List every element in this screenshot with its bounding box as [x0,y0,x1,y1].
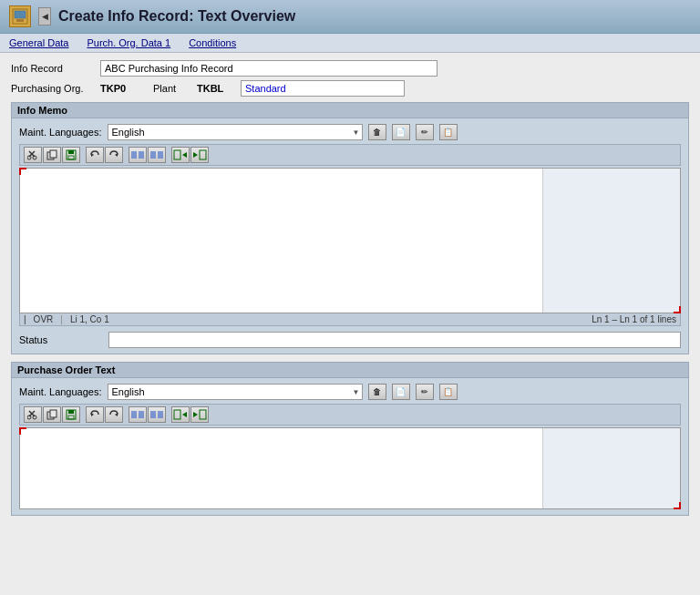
corner-mark-br [674,306,681,313]
menu-purch-org[interactable]: Purch. Org. Data 1 [85,36,172,49]
po-copy-doc-btn[interactable] [43,406,61,423]
po-text-toolbar [19,404,681,426]
svg-rect-27 [50,410,57,417]
svg-marker-21 [193,152,198,158]
po-export-icon [173,409,188,420]
purchasing-org-row: Purchasing Org. TKP0 Plant TKBL Standard [11,80,689,97]
po-nav-block2-icon [149,409,164,420]
po-export-btn[interactable] [171,406,190,423]
menu-bar: General Data Purch. Org. Data 1 Conditio… [0,34,700,53]
app-icon [9,5,31,27]
text-editor-area[interactable] [19,168,681,313]
text-editor-container [19,168,681,313]
po-delete-btn[interactable]: 🗑 [368,384,386,400]
text-side-pane [543,169,680,313]
po-import-btn[interactable] [190,406,209,423]
nav-first-btn[interactable] [129,147,147,163]
svg-rect-34 [139,411,144,418]
svg-rect-17 [158,151,163,159]
status-row: Status [19,332,681,348]
svg-rect-36 [158,411,163,418]
plant-value-input[interactable]: Standard [241,80,405,97]
edit-icon: ✏ [421,128,428,137]
svg-rect-18 [174,150,180,159]
redo-icon [108,149,119,160]
plant-label: Plant [153,83,190,94]
po-save-btn[interactable] [62,406,80,423]
corner-mark-tl [19,168,26,175]
text-main-pane[interactable] [20,169,543,313]
undo-btn[interactable] [86,147,104,163]
po-text-main-pane[interactable] [20,428,543,508]
po-edit-btn[interactable]: ✏ [416,384,434,400]
po-maint-lang-label: Maint. Languages: [19,386,102,397]
scissors-icon [27,149,38,160]
po-language-dropdown[interactable]: English ▼ [108,384,363,400]
redo-btn[interactable] [105,147,123,163]
cut-btn[interactable] [24,147,42,163]
cursor-position: Li 1, Co 1 [70,314,109,324]
svg-rect-29 [68,410,74,414]
svg-rect-14 [131,151,137,159]
ovr-indicator: OVR [34,314,54,324]
export-btn[interactable] [171,147,190,163]
po-save-icon [66,409,77,420]
info-record-row: Info Record ABC Purchasing Info Record [11,60,689,77]
text-status-bar: | OVR | Li 1, Co 1 Ln 1 – Ln 1 of 1 line… [19,313,681,326]
info-memo-body: Maint. Languages: English ▼ 🗑 📄 ✏ 📋 [12,118,688,354]
po-scissors-icon [27,409,38,420]
menu-general-data[interactable]: General Data [7,36,70,49]
menu-conditions[interactable]: Conditions [187,36,238,49]
save-icon [66,149,77,160]
purchase-order-body: Maint. Languages: English ▼ 🗑 📄 ✏ 📋 [12,378,688,515]
text-toolbar [19,144,681,166]
nav-block2-icon [149,149,164,160]
import-icon [192,149,207,160]
po-redo-btn[interactable] [105,406,123,423]
info-memo-title: Info Memo [12,103,688,118]
svg-marker-38 [182,412,187,417]
svg-marker-40 [193,412,198,417]
svg-rect-2 [16,19,24,22]
delete-text-btn[interactable]: 🗑 [368,124,386,140]
po-new-btn[interactable]: 📄 [392,384,410,400]
svg-rect-37 [174,410,180,419]
svg-rect-1 [15,11,26,18]
nav-last-btn[interactable] [148,147,166,163]
back-arrow-btn[interactable]: ◀ [38,7,51,26]
po-text-editor-area[interactable] [19,427,681,509]
line-range: Ln 1 – Ln 1 of 1 lines [592,314,676,324]
save-btn[interactable] [62,147,80,163]
svg-rect-39 [200,410,206,419]
po-copy-btn[interactable]: 📋 [439,384,458,400]
copy-icon: 📋 [443,128,453,137]
copy-text-btn[interactable]: 📋 [439,124,458,140]
copy-btn[interactable] [43,147,61,163]
po-cut-btn[interactable] [24,406,42,423]
language-dropdown[interactable]: English ▼ [108,124,363,140]
svg-rect-8 [50,150,57,158]
po-copy-icon: 📋 [443,387,453,396]
purchasing-org-label: Purchasing Org. [11,83,93,94]
main-content: Info Record ABC Purchasing Info Record P… [0,53,700,530]
export-icon [173,149,188,160]
purchase-order-text-title: Purchase Order Text [12,363,688,378]
svg-rect-15 [139,151,144,159]
purchase-order-text-section: Purchase Order Text Maint. Languages: En… [11,362,689,516]
status-label: Status [19,334,101,345]
edit-text-btn[interactable]: ✏ [416,124,434,140]
po-dropdown-arrow-icon: ▼ [353,388,360,396]
info-record-input[interactable]: ABC Purchasing Info Record [100,60,438,77]
new-text-btn[interactable]: 📄 [392,124,410,140]
po-nav-first-btn[interactable] [129,406,147,423]
import-btn[interactable] [190,147,209,163]
svg-marker-12 [91,153,94,157]
info-record-label: Info Record [11,63,93,74]
svg-rect-10 [68,150,74,154]
po-redo-icon [108,409,119,420]
po-undo-btn[interactable] [86,406,104,423]
svg-marker-13 [115,153,118,157]
po-nav-last-btn[interactable] [148,406,166,423]
status-input-field[interactable] [108,332,681,348]
svg-marker-31 [91,413,94,416]
